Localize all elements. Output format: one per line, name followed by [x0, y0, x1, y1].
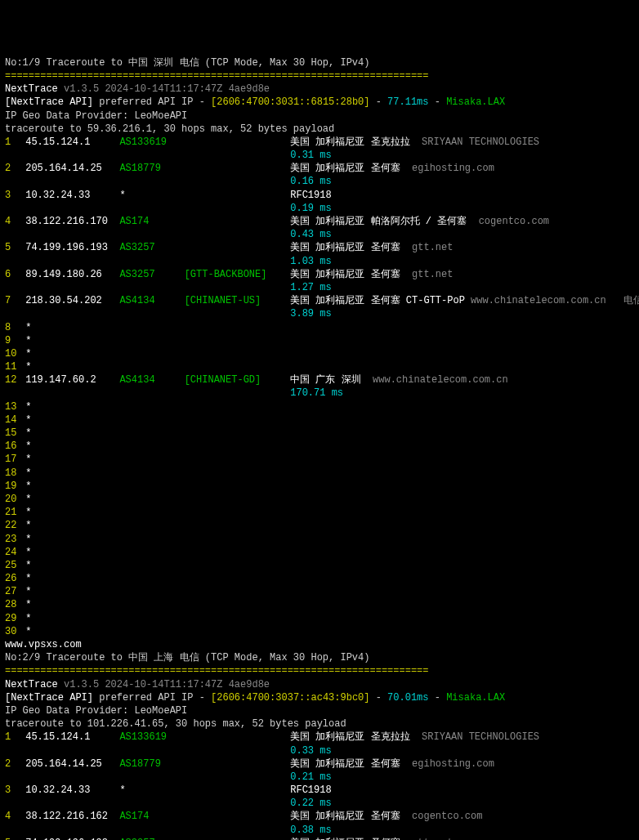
trace1-hop-star: 19 * — [5, 480, 634, 493]
trace1-cmd: traceroute to 59.36.216.1, 30 hops max, … — [5, 123, 634, 136]
trace1-hop-star: 26 * — [5, 572, 634, 585]
trace1-hop-star: 29 * — [5, 612, 634, 625]
trace2-api-line: [NextTrace API] preferred API IP - [2606… — [5, 691, 634, 704]
trace1-hop-star: 25 * — [5, 559, 634, 572]
trace1-hop-star: 15 * — [5, 427, 634, 440]
trace1-hop-line: 12 119.147.60.2 AS4134 [CHINANET-GD] 中国 … — [5, 373, 634, 386]
trace1-hop-star: 17 * — [5, 453, 634, 466]
trace2-hop-line: 3 10.32.24.33 * RFC1918 — [5, 784, 634, 797]
trace2-title: No:2/9 Traceroute to 中国 上海 电信 (TCP Mode,… — [5, 651, 634, 664]
trace1-hop-latency: 0.19 ms — [5, 202, 634, 215]
trace1-hop-line: 2 205.164.14.25 AS18779 美国 加利福尼亚 圣何塞 egi… — [5, 162, 634, 175]
trace1-hop-line: 7 218.30.54.202 AS4134 [CHINANET-US] 美国 … — [5, 294, 634, 307]
trace1-hop-star: 27 * — [5, 585, 634, 598]
trace1-hop-star: 11 * — [5, 360, 634, 373]
trace1-hop-star: 9 * — [5, 334, 634, 347]
trace1-hop-star: 8 * — [5, 321, 634, 334]
trace1-hop-star: 30 * — [5, 625, 634, 638]
trace1-nexttrace-line: NextTrace v1.3.5 2024-10-14T11:17:47Z 4a… — [5, 83, 634, 96]
trace1-hop-star: 24 * — [5, 546, 634, 559]
trace2-hop-latency: 0.21 ms — [5, 771, 634, 784]
trace1-hop-star: 13 * — [5, 400, 634, 413]
trace2-hop-line: 1 45.15.124.1 AS133619 美国 加利福尼亚 圣克拉拉 SRI… — [5, 731, 634, 744]
trace1-hop-latency: 170.71 ms — [5, 386, 634, 400]
trace1-hop-latency: 0.16 ms — [5, 175, 634, 188]
trace1-hop-star: 10 * — [5, 347, 634, 360]
trace2-hop-line: 4 38.122.216.162 AS174 美国 加利福尼亚 圣何塞 coge… — [5, 810, 634, 823]
trace2-hop-line: 2 205.164.14.25 AS18779 美国 加利福尼亚 圣何塞 egi… — [5, 757, 634, 771]
watermark: www.vpsxs.com — [5, 638, 634, 651]
trace2-separator: ========================================… — [5, 664, 634, 677]
terminal-output: No:1/9 Traceroute to 中国 深圳 电信 (TCP Mode,… — [5, 56, 634, 840]
trace2-hop-line: 5 74.199.196.193 AS3257 美国 加利福尼亚 圣何塞 gtt… — [5, 837, 634, 840]
trace1-hop-star: 23 * — [5, 533, 634, 546]
trace2-provider: IP Geo Data Provider: LeoMoeAPI — [5, 704, 634, 717]
trace1-title: No:1/9 Traceroute to 中国 深圳 电信 (TCP Mode,… — [5, 56, 634, 69]
trace1-hop-star: 22 * — [5, 519, 634, 532]
trace1-hop-latency: 3.89 ms — [5, 307, 634, 320]
trace1-hop-star: 21 * — [5, 506, 634, 519]
trace1-hop-latency: 0.31 ms — [5, 149, 634, 162]
trace2-hop-latency: 0.38 ms — [5, 824, 634, 837]
trace2-cmd: traceroute to 101.226.41.65, 30 hops max… — [5, 717, 634, 731]
trace1-hop-star: 20 * — [5, 493, 634, 506]
trace1-hop-line: 1 45.15.124.1 AS133619 美国 加利福尼亚 圣克拉拉 SRI… — [5, 136, 634, 149]
trace1-hop-star: 16 * — [5, 440, 634, 453]
trace1-hop-line: 3 10.32.24.33 * RFC1918 — [5, 189, 634, 202]
trace1-hop-star: 14 * — [5, 413, 634, 427]
trace1-hop-latency: 1.03 ms — [5, 255, 634, 268]
trace1-hop-line: 5 74.199.196.193 AS3257 美国 加利福尼亚 圣何塞 gtt… — [5, 241, 634, 254]
trace1-separator: ========================================… — [5, 69, 634, 83]
trace1-api-line: [NextTrace API] preferred API IP - [2606… — [5, 96, 634, 109]
trace1-hop-star: 28 * — [5, 598, 634, 611]
trace1-provider: IP Geo Data Provider: LeoMoeAPI — [5, 109, 634, 123]
trace1-hop-line: 4 38.122.216.170 AS174 美国 加利福尼亚 帕洛阿尔托 / … — [5, 215, 634, 228]
trace1-hop-line: 6 89.149.180.26 AS3257 [GTT-BACKBONE] 美国… — [5, 268, 634, 281]
trace1-hop-star: 18 * — [5, 467, 634, 480]
trace1-hop-latency: 1.27 ms — [5, 281, 634, 294]
trace2-hop-latency: 0.33 ms — [5, 744, 634, 757]
trace2-hop-latency: 0.22 ms — [5, 797, 634, 810]
trace2-nexttrace-line: NextTrace v1.3.5 2024-10-14T11:17:47Z 4a… — [5, 678, 634, 691]
trace1-hop-latency: 0.43 ms — [5, 228, 634, 241]
